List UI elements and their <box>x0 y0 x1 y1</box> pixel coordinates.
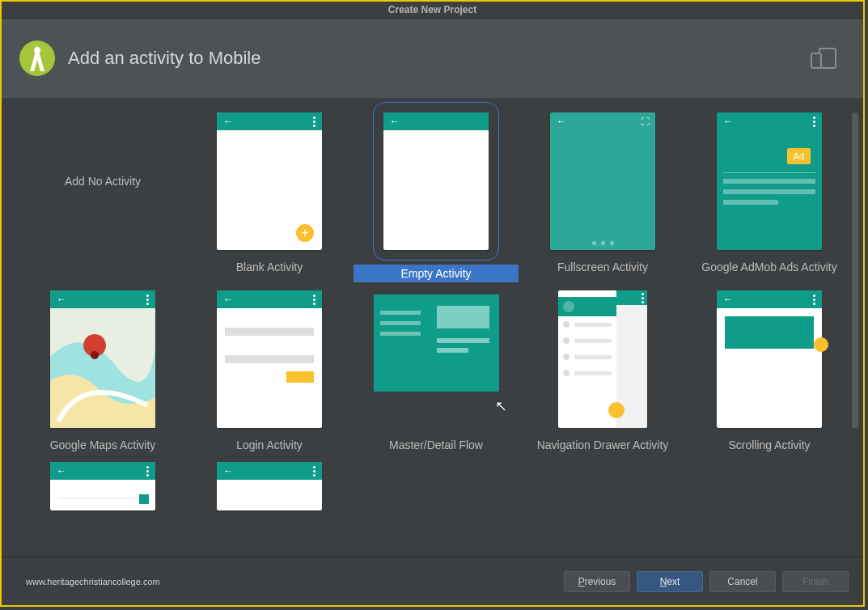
template-label: Master/Detail Flow <box>359 436 513 454</box>
template-label: Google AdMob Ads Activity <box>692 258 846 276</box>
back-arrow-icon: ← <box>57 294 66 305</box>
fab-icon <box>814 337 828 352</box>
overflow-menu-icon <box>813 116 815 127</box>
template-fullscreen[interactable]: ←⛶ Fullscreen Activity <box>526 112 680 282</box>
android-studio-logo-icon <box>18 39 57 78</box>
overflow-menu-icon <box>313 294 315 305</box>
back-arrow-icon: ← <box>723 116 733 127</box>
back-arrow-icon: ← <box>57 465 66 477</box>
template-gallery: Add No Activity ← + Blank Activity ← Emp… <box>2 98 863 535</box>
svg-rect-3 <box>811 53 821 68</box>
template-label: Empty Activity <box>354 265 519 282</box>
ad-badge: Ad <box>787 148 811 164</box>
template-label: Navigation Drawer Activity <box>526 436 680 454</box>
overflow-menu-icon <box>813 294 815 305</box>
wizard-window: Create New Project Add an activity to Mo… <box>0 0 865 607</box>
template-no-activity[interactable]: Add No Activity <box>26 112 180 282</box>
overflow-menu-icon <box>313 116 315 127</box>
template-nav-drawer[interactable]: Navigation Drawer Activity <box>526 290 680 454</box>
form-factor-icon <box>808 47 847 70</box>
template-label: Login Activity <box>193 436 346 454</box>
wizard-footer: www.heritagechristiancollege.com Previou… <box>2 557 863 605</box>
template-empty[interactable]: ← Empty Activity <box>359 112 513 282</box>
overflow-menu-icon <box>313 466 315 477</box>
template-settings[interactable]: ← <box>26 462 180 527</box>
template-maps[interactable]: ← Google Maps Activity <box>26 290 180 454</box>
template-label: Scrolling Activity <box>692 436 846 454</box>
finish-button: Finish <box>782 571 849 592</box>
previous-button[interactable]: Previous <box>564 571 630 592</box>
page-title: Add an activity to Mobile <box>68 48 260 69</box>
map-preview-icon <box>50 308 155 428</box>
template-login[interactable]: ← Login Activity <box>193 290 346 454</box>
next-button[interactable]: Next <box>637 571 703 592</box>
back-arrow-icon: ← <box>223 294 233 305</box>
template-label: Fullscreen Activity <box>526 258 680 276</box>
cancel-button[interactable]: Cancel <box>709 571 776 592</box>
template-label: Google Maps Activity <box>26 436 180 454</box>
template-admob[interactable]: ← Ad Google AdMob Ads Activity <box>692 112 846 282</box>
back-arrow-icon: ← <box>223 116 233 127</box>
overflow-menu-icon <box>146 294 149 305</box>
overflow-menu-icon <box>146 466 149 477</box>
template-master-detail[interactable]: Master/Detail Flow <box>359 290 513 454</box>
window-title: Create New Project <box>2 2 863 19</box>
svg-point-1 <box>34 47 40 53</box>
watermark-text: www.heritagechristiancollege.com <box>26 577 160 587</box>
overflow-menu-icon <box>641 293 644 303</box>
back-arrow-icon: ← <box>390 116 400 127</box>
template-blank[interactable]: ← + Blank Activity <box>193 112 346 282</box>
template-tabbed[interactable]: ← <box>193 462 346 527</box>
fab-icon: + <box>296 224 314 242</box>
template-scrolling[interactable]: ← Scrolling Activity <box>692 290 846 454</box>
template-label <box>26 258 180 276</box>
back-arrow-icon: ← <box>223 465 233 477</box>
back-arrow-icon: ← <box>723 294 733 305</box>
scrollbar[interactable] <box>852 112 858 428</box>
template-label: Blank Activity <box>193 258 346 276</box>
svg-point-5 <box>91 351 99 359</box>
wizard-header: Add an activity to Mobile <box>2 19 863 98</box>
